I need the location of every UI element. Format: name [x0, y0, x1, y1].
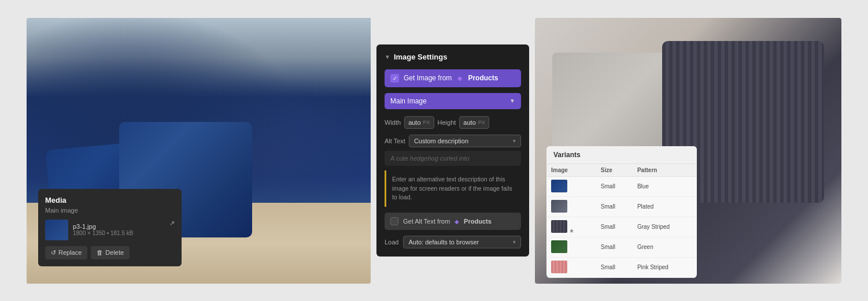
variant-image-cell: ★ [546, 217, 596, 237]
alt-text-label: Alt Text [385, 138, 405, 144]
media-title: Media [45, 196, 175, 205]
media-file-name: p3-1.jpg [73, 223, 175, 230]
variant-size-cell: Small [596, 257, 633, 277]
panel-title: Image Settings [394, 53, 447, 61]
get-image-checkbox[interactable]: ✓ [390, 74, 399, 83]
variant-size-cell: Small [596, 176, 633, 196]
width-input[interactable]: auto PX [404, 116, 434, 129]
variant-thumb [551, 240, 567, 253]
height-value: auto [463, 119, 475, 126]
alt-text-select[interactable]: Custom description ▾ [409, 135, 521, 147]
panel-header: ▼ Image Settings [385, 53, 521, 61]
dropdown-arrow-icon: ▼ [509, 98, 515, 104]
diamond-icon: ◆ [457, 75, 462, 82]
variant-pattern-cell: Plated [633, 196, 697, 217]
get-image-label: Get Image from [404, 74, 452, 82]
load-select[interactable]: Auto: defaults to browser ▾ [403, 236, 521, 248]
get-alt-text-checkbox[interactable] [390, 217, 398, 225]
main-image-dropdown[interactable]: Main Image ▼ [385, 93, 521, 109]
alt-text-input[interactable]: A cute hedgehog curled into [385, 151, 521, 166]
dropdown-value: Main Image [390, 97, 427, 105]
variants-table: Image Size Pattern Small Blue Small Plat… [546, 164, 697, 278]
external-link-icon[interactable]: ↗ [169, 220, 175, 227]
variant-thumb [551, 180, 567, 192]
variant-thumb [551, 200, 567, 213]
alt-diamond-icon: ◆ [455, 218, 459, 225]
variant-image-cell [546, 257, 596, 277]
width-value: auto [408, 119, 420, 126]
table-row[interactable]: Small Blue [546, 176, 697, 196]
alt-text-section: Alt Text Custom description ▾ A cute hed… [385, 135, 521, 166]
right-panel: Variants Image Size Pattern Small Blue [535, 18, 841, 284]
variants-popup: Variants Image Size Pattern Small Blue [546, 146, 697, 278]
variant-image-cell [546, 196, 596, 217]
variant-pattern-cell: Gray Striped [633, 217, 697, 237]
media-actions: ↺ Replace 🗑 Delete [45, 246, 175, 259]
width-label: Width [385, 119, 401, 126]
variant-size-cell: Small [596, 196, 633, 217]
replace-icon: ↺ [51, 249, 56, 257]
get-alt-text-label: Get Alt Text from [403, 218, 450, 225]
get-alt-text-row[interactable]: Get Alt Text from ◆ Products [385, 213, 521, 230]
replace-button[interactable]: ↺ Replace [45, 246, 87, 259]
height-input[interactable]: auto PX [459, 116, 489, 129]
table-row[interactable]: ★ Small Gray Striped [546, 217, 697, 237]
delete-button[interactable]: 🗑 Delete [91, 246, 130, 259]
media-subtitle: Main image [45, 207, 175, 214]
height-unit: PX [478, 120, 485, 125]
alt-text-select-arrow: ▾ [513, 138, 516, 144]
load-select-value: Auto: defaults to browser [408, 239, 479, 246]
variant-pattern-cell: Blue [633, 176, 697, 196]
media-thumb [45, 220, 68, 240]
table-row[interactable]: Small Green [546, 237, 697, 257]
panel-collapse-arrow[interactable]: ▼ [385, 54, 390, 60]
star-icon: ★ [569, 228, 574, 234]
alt-text-label-row: Alt Text Custom description ▾ [385, 135, 521, 147]
info-box-text: Enter an alternative text description of… [392, 175, 515, 202]
table-row[interactable]: Small Plated [546, 196, 697, 217]
variant-pattern-cell: Green [633, 237, 697, 257]
load-select-arrow: ▾ [513, 239, 516, 245]
col-image: Image [546, 164, 596, 177]
col-pattern: Pattern [633, 164, 697, 177]
alt-text-select-value: Custom description [414, 138, 468, 144]
media-file-row: p3-1.jpg 1800 × 1350 • 181.5 kB ↗ [45, 220, 175, 240]
checkmark-icon: ✓ [393, 75, 397, 81]
products-label: Products [468, 74, 498, 82]
variant-thumb [551, 261, 567, 273]
media-popup: Media Main image p3-1.jpg 1800 × 1350 • … [38, 189, 182, 266]
get-image-row[interactable]: ✓ Get Image from ◆ Products [385, 69, 521, 87]
variant-image-cell [546, 176, 596, 196]
variant-thumb [551, 220, 567, 233]
alt-products-label: Products [464, 218, 492, 225]
left-panel: Media Main image p3-1.jpg 1800 × 1350 • … [27, 18, 371, 284]
main-container: Media Main image p3-1.jpg 1800 × 1350 • … [0, 0, 868, 301]
variant-size-cell: Small [596, 237, 633, 257]
media-file-info: p3-1.jpg 1800 × 1350 • 181.5 kB [73, 223, 175, 236]
info-box: Enter an alternative text description of… [385, 170, 521, 207]
media-file-size: 1800 × 1350 • 181.5 kB [73, 230, 175, 236]
col-size: Size [596, 164, 633, 177]
variants-header: Variants [546, 146, 697, 164]
center-panel: ▼ Image Settings ✓ Get Image from ◆ Prod… [376, 44, 529, 257]
load-row: Load Auto: defaults to browser ▾ [385, 236, 521, 248]
trash-icon: 🗑 [97, 249, 103, 256]
height-label: Height [438, 119, 456, 126]
table-row[interactable]: Small Pink Striped [546, 257, 697, 277]
variant-pattern-cell: Pink Striped [633, 257, 697, 277]
width-unit: PX [423, 120, 430, 125]
variant-size-cell: Small [596, 217, 633, 237]
dimension-row: Width auto PX Height auto PX [385, 116, 521, 129]
variant-image-cell [546, 237, 596, 257]
load-label: Load [385, 239, 398, 246]
